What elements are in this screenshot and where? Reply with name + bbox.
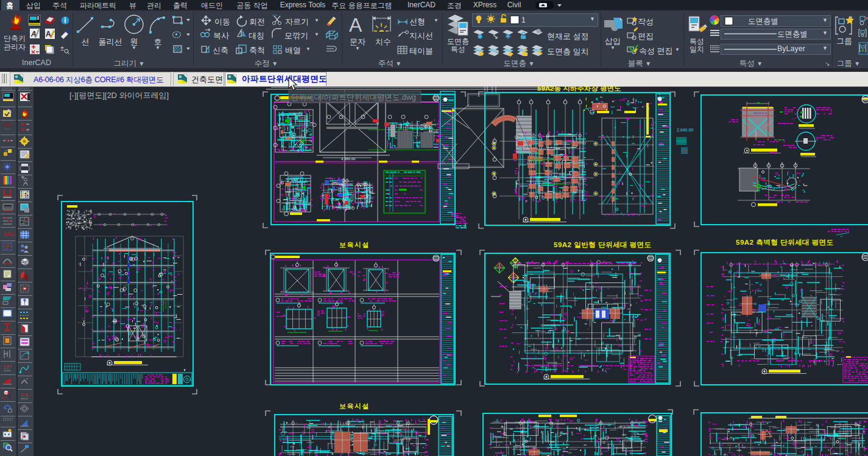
svg-text:59A2 측벽형 단위세대 평면도: 59A2 측벽형 단위세대 평면도	[736, 239, 834, 246]
svg-text:QE: QE	[4, 391, 10, 395]
svg-text:123: 123	[3, 364, 12, 370]
svg-text:59A2동 지하주차장 평면도: 59A2동 지하주차장 평면도	[537, 86, 621, 92]
svg-text:IRU: IRU	[3, 231, 14, 238]
svg-text:[-][평면도][2D 와이어프레임]: [-][평면도][2D 와이어프레임]	[69, 91, 169, 100]
svg-text:59A2 일반형 단위세대 평면도: 59A2 일반형 단위세대 평면도	[554, 241, 652, 248]
svg-text:보육시설: 보육시설	[339, 241, 370, 248]
svg-text:±: ±	[60, 44, 64, 52]
svg-text:◑: ◑	[183, 367, 186, 373]
svg-text:A: A	[349, 14, 362, 36]
svg-text:보육시설: 보육시설	[339, 402, 370, 410]
svg-text:2,940.00: 2,940.00	[677, 128, 693, 132]
svg-text:▪▪: ▪▪	[841, 235, 842, 238]
svg-text:4,380.00: 4,380.00	[341, 157, 356, 161]
svg-text:1:5: 1:5	[21, 392, 29, 398]
svg-text:단위세대/아파트단위세대평면도.dwg: 단위세대/아파트단위세대평면도.dwg	[291, 93, 416, 102]
